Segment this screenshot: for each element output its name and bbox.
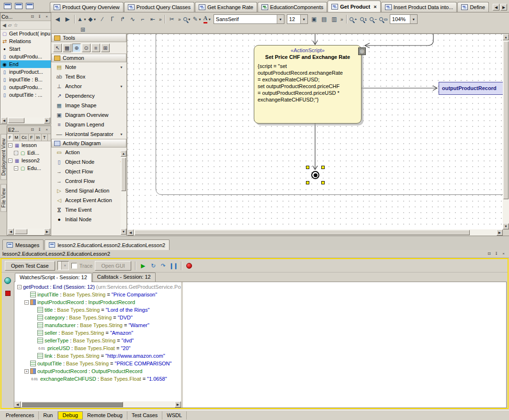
palette-item-object-node[interactable]: ▯Object Node▼ xyxy=(51,157,126,167)
model-tab-f-0[interactable]: F xyxy=(7,134,13,141)
font-color-button[interactable]: A▼ xyxy=(203,14,212,24)
perspective-tab-remote-debug[interactable]: Remote Debug xyxy=(83,411,127,420)
collapse-icon[interactable]: − xyxy=(8,159,12,163)
watch-row-outputtitle[interactable]: outputTitle: Base Types.String = "PRICE … xyxy=(14,360,181,367)
containment-item-inputtitle-b[interactable]: ▯inputTitle : B... xyxy=(0,76,51,83)
doc-tab-insert-product-data-into[interactable]: Insert Product Data into... xyxy=(381,2,457,12)
model-tab-m-1[interactable]: M xyxy=(13,134,21,141)
zoom-reset-button[interactable]: 1 xyxy=(359,14,368,24)
palette-section-activity-diagram[interactable]: Activity Diagram xyxy=(51,139,126,148)
containment-item-start[interactable]: ●Start xyxy=(0,45,51,53)
tab-file-view[interactable]: File View xyxy=(0,184,7,212)
scroll-right-icon[interactable]: ▶ xyxy=(497,229,503,236)
scroll-thumb[interactable] xyxy=(135,230,470,235)
doc-tab-educationcomponents[interactable]: EducationComponents xyxy=(258,2,327,12)
note-properties-icon[interactable]: ◎ xyxy=(358,47,366,55)
window-layout-icon[interactable] xyxy=(4,3,11,9)
session-indicator-icon[interactable] xyxy=(4,277,11,284)
scroll-up-icon[interactable]: ▲ xyxy=(503,34,509,40)
scroll-down-icon[interactable]: ▼ xyxy=(503,223,509,229)
scroll-left-icon[interactable]: ◀ xyxy=(127,229,134,236)
magnet-tool-button[interactable]: ⊙ xyxy=(82,44,90,52)
scroll-thumb[interactable] xyxy=(22,402,123,407)
scroll-thumb[interactable] xyxy=(8,118,24,123)
palette-section-common[interactable]: Common xyxy=(51,54,126,62)
scroll-right-icon[interactable]: ▶ xyxy=(44,228,50,235)
palette-item-diagram-legend[interactable]: ≡Diagram Legend xyxy=(51,120,126,129)
watch-row-priceusd[interactable]: 0.01priceUSD: Base Types.Float = "20" xyxy=(14,344,181,352)
scroll-thumb[interactable] xyxy=(503,41,509,199)
line-oblique-button[interactable]: ⌐ xyxy=(138,14,147,24)
format-tools-overflow-button[interactable]: » xyxy=(339,14,344,24)
scroll-up-icon[interactable]: ▲ xyxy=(121,150,126,157)
selection-handle[interactable] xyxy=(306,166,309,169)
float-panel-icon[interactable]: ⊡ xyxy=(29,127,35,133)
close-panel-icon[interactable]: × xyxy=(500,251,507,257)
actionscript-note[interactable]: «ActionScript» Set Price CHF and Exchang… xyxy=(254,45,362,124)
model-item-lesson2[interactable]: −▦lesson2 xyxy=(7,157,51,164)
shape-tool-button[interactable]: ◆▼ xyxy=(88,14,97,24)
palette-item-horizontal-separator[interactable]: ––Horizontal Separator▼ xyxy=(51,129,126,139)
pin-panel-icon[interactable]: ↧ xyxy=(36,127,43,133)
line-curve-button[interactable]: ∿ xyxy=(128,14,137,24)
kill-session-button[interactable] xyxy=(185,262,193,270)
scroll-left-icon[interactable]: ◀ xyxy=(1,117,7,124)
font-family-select[interactable]: SansSerif▼ xyxy=(214,14,284,24)
watch-row-sellertype[interactable]: sellerType: Base Types.String = "dvd" xyxy=(14,337,181,344)
collapse-icon[interactable]: − xyxy=(14,151,18,155)
selection-handle[interactable] xyxy=(321,166,325,169)
model-tab-f-3[interactable]: F xyxy=(29,134,35,141)
palette-item-diagram-overview[interactable]: ▣Diagram Overview xyxy=(51,110,126,120)
open-folder-icon[interactable]: ▱ xyxy=(8,23,12,28)
palette-item-initial-node[interactable]: ●Initial Node xyxy=(51,215,126,224)
scroll-thumb[interactable] xyxy=(121,158,126,191)
containment-item-get-product-inpu[interactable]: ▢Get Product( inpu xyxy=(0,30,51,37)
line-tools-overflow-button[interactable]: » xyxy=(158,14,163,24)
watch-row-outputproductrecord[interactable]: +outputProductRecord: OutputProductRecor… xyxy=(14,367,181,375)
palette-item-anchor[interactable]: ⊥Anchor▼ xyxy=(51,81,126,91)
selection-handle[interactable] xyxy=(321,181,325,184)
containment-item-relations[interactable]: ⇄Relations xyxy=(0,37,51,45)
arrange-tool-button[interactable]: ⇤ xyxy=(148,14,158,24)
close-panel-icon[interactable]: × xyxy=(44,127,50,133)
step-into-button[interactable]: ↷ xyxy=(159,262,167,270)
view-tab-messages[interactable]: Messages xyxy=(2,239,44,250)
model-item-lesson[interactable]: −▦lesson xyxy=(7,141,51,149)
grid-button[interactable]: ▤ xyxy=(319,14,329,24)
script-pane[interactable] xyxy=(183,282,506,408)
close-tab-icon[interactable]: × xyxy=(373,4,376,10)
marquee-tool-button[interactable]: ▦ xyxy=(63,44,71,52)
scroll-left-icon[interactable]: ◀ xyxy=(8,228,14,235)
scroll-right-icon[interactable]: ▶ xyxy=(175,401,181,408)
watch-row-manufacturer[interactable]: manufacturer: Base Types.String = "Warne… xyxy=(14,321,181,329)
cut-tool-button[interactable]: ✂ xyxy=(167,14,177,24)
perspective-tab-run[interactable]: Run xyxy=(39,411,57,420)
close-panel-icon[interactable]: × xyxy=(44,14,50,20)
collapse-icon[interactable]: − xyxy=(14,166,18,170)
palette-item-note[interactable]: ▤Note▼ xyxy=(51,62,126,72)
scroll-down-icon[interactable]: ▼ xyxy=(121,228,126,235)
perspective-tab-preferences[interactable]: Preferences xyxy=(1,411,39,420)
perspective-tab-debug[interactable]: Debug xyxy=(58,411,83,420)
palette-item-image-shape[interactable]: ▦Image Shape xyxy=(51,101,126,110)
watch-row-inputproductrecord[interactable]: −inputProductRecord: InputProductRecord xyxy=(14,298,181,306)
zoom-level-select[interactable]: 104%▼ xyxy=(390,14,418,24)
palette-item-time-event[interactable]: ⋈Time Event xyxy=(51,205,126,215)
zoom-in-button[interactable]: + xyxy=(349,14,358,24)
debug-tab-callstack-session-12[interactable]: Callstack - Session: 12 xyxy=(92,272,156,282)
align-tool-button[interactable]: ≡ xyxy=(91,44,100,52)
test-case-select[interactable]: ▼ xyxy=(57,261,69,270)
debug-tab-watches-script-session-12[interactable]: Watches/Script - Session: 12 xyxy=(15,273,92,282)
font-size-select[interactable]: 12▼ xyxy=(287,14,308,24)
zoom-out-button[interactable]: − xyxy=(369,14,378,24)
zoom-fit-button[interactable]: ▭ xyxy=(379,14,388,24)
window-cascade-icon[interactable] xyxy=(26,3,34,9)
edge-from-right[interactable] xyxy=(365,34,433,45)
doc-tab-get-product[interactable]: Get Product× xyxy=(328,0,380,12)
scroll-thumb[interactable] xyxy=(15,229,27,234)
watch-row-seller[interactable]: seller: Base Types.String = "Amazon" xyxy=(14,329,181,337)
stop-session-icon[interactable] xyxy=(5,291,11,296)
containment-item-outputprodu[interactable]: ▯outputProdu... xyxy=(0,53,51,60)
pencil-tool-button[interactable]: ✎▼ xyxy=(192,14,202,24)
open-test-case-button[interactable]: Open Test Case xyxy=(5,261,55,271)
